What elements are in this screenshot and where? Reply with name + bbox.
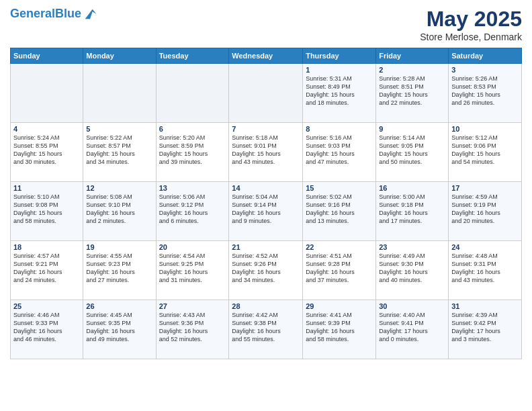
day-cell: 26Sunrise: 4:45 AM Sunset: 9:35 PM Dayli… [83,300,156,359]
logo-blue: Blue [55,7,81,20]
weekday-header-saturday: Saturday [449,48,522,64]
day-number: 2 [379,66,445,74]
day-cell: 7Sunrise: 5:18 AM Sunset: 9:01 PM Daylig… [229,123,303,182]
day-cell: 14Sunrise: 5:04 AM Sunset: 9:14 PM Dayli… [229,182,303,241]
day-info: Sunrise: 4:57 AM Sunset: 9:21 PM Dayligh… [13,252,80,285]
calendar-subtitle: Store Merlose, Denmark [420,32,522,42]
day-cell: 9Sunrise: 5:14 AM Sunset: 9:05 PM Daylig… [376,123,449,182]
day-info: Sunrise: 4:42 AM Sunset: 9:38 PM Dayligh… [232,311,300,344]
day-cell: 3Sunrise: 5:26 AM Sunset: 8:53 PM Daylig… [449,64,522,123]
day-number: 15 [306,184,373,192]
logo-icon [83,7,97,21]
day-cell: 29Sunrise: 4:41 AM Sunset: 9:39 PM Dayli… [303,300,376,359]
day-number: 27 [159,302,226,310]
day-number: 28 [232,302,300,310]
day-info: Sunrise: 5:06 AM Sunset: 9:12 PM Dayligh… [159,193,226,226]
weekday-header-tuesday: Tuesday [156,48,229,64]
week-row-4: 18Sunrise: 4:57 AM Sunset: 9:21 PM Dayli… [11,241,522,300]
day-cell: 15Sunrise: 5:02 AM Sunset: 9:16 PM Dayli… [303,182,376,241]
day-info: Sunrise: 4:51 AM Sunset: 9:28 PM Dayligh… [306,252,373,285]
day-number: 13 [159,184,226,192]
day-number: 1 [306,66,373,74]
logo-general: General [10,7,55,20]
day-info: Sunrise: 5:22 AM Sunset: 8:57 PM Dayligh… [86,134,152,167]
day-info: Sunrise: 5:00 AM Sunset: 9:18 PM Dayligh… [379,193,445,226]
day-info: Sunrise: 4:46 AM Sunset: 9:33 PM Dayligh… [13,311,80,344]
day-number: 16 [379,184,445,192]
day-cell: 10Sunrise: 5:12 AM Sunset: 9:06 PM Dayli… [449,123,522,182]
day-number: 20 [159,243,226,251]
week-row-3: 11Sunrise: 5:10 AM Sunset: 9:08 PM Dayli… [11,182,522,241]
day-number: 11 [13,184,80,192]
day-number: 8 [306,125,373,133]
svg-marker-0 [85,9,97,19]
day-info: Sunrise: 5:18 AM Sunset: 9:01 PM Dayligh… [232,134,300,167]
day-info: Sunrise: 4:41 AM Sunset: 9:39 PM Dayligh… [306,311,373,344]
day-info: Sunrise: 4:55 AM Sunset: 9:23 PM Dayligh… [86,252,152,285]
weekday-header-sunday: Sunday [11,48,83,64]
day-cell: 31Sunrise: 4:39 AM Sunset: 9:42 PM Dayli… [449,300,522,359]
day-info: Sunrise: 5:16 AM Sunset: 9:03 PM Dayligh… [306,134,373,167]
day-number: 21 [232,243,300,251]
day-info: Sunrise: 5:20 AM Sunset: 8:59 PM Dayligh… [159,134,226,167]
day-info: Sunrise: 4:43 AM Sunset: 9:36 PM Dayligh… [159,311,226,344]
day-info: Sunrise: 5:10 AM Sunset: 9:08 PM Dayligh… [13,193,80,226]
day-info: Sunrise: 5:04 AM Sunset: 9:14 PM Dayligh… [232,193,300,226]
header: GeneralBlue May 2025 Store Merlose, Denm… [10,7,522,42]
day-cell: 13Sunrise: 5:06 AM Sunset: 9:12 PM Dayli… [156,182,229,241]
title-block: May 2025 Store Merlose, Denmark [420,7,522,42]
day-info: Sunrise: 5:14 AM Sunset: 9:05 PM Dayligh… [379,134,445,167]
day-number: 22 [306,243,373,251]
calendar-page: GeneralBlue May 2025 Store Merlose, Denm… [0,0,532,366]
day-number: 7 [232,125,300,133]
day-cell: 30Sunrise: 4:40 AM Sunset: 9:41 PM Dayli… [376,300,449,359]
day-cell: 24Sunrise: 4:48 AM Sunset: 9:31 PM Dayli… [449,241,522,300]
weekday-header-row: SundayMondayTuesdayWednesdayThursdayFrid… [11,48,522,64]
day-cell: 28Sunrise: 4:42 AM Sunset: 9:38 PM Dayli… [229,300,303,359]
week-row-2: 4Sunrise: 5:24 AM Sunset: 8:55 PM Daylig… [11,123,522,182]
day-number: 10 [451,125,519,133]
day-info: Sunrise: 4:59 AM Sunset: 9:19 PM Dayligh… [451,193,519,226]
weekday-header-friday: Friday [376,48,449,64]
week-row-5: 25Sunrise: 4:46 AM Sunset: 9:33 PM Dayli… [11,300,522,359]
day-info: Sunrise: 4:40 AM Sunset: 9:41 PM Dayligh… [379,311,445,344]
day-number: 29 [306,302,373,310]
calendar-title: May 2025 [420,7,522,32]
day-number: 12 [86,184,152,192]
day-cell: 11Sunrise: 5:10 AM Sunset: 9:08 PM Dayli… [11,182,83,241]
day-info: Sunrise: 5:28 AM Sunset: 8:51 PM Dayligh… [379,75,445,107]
day-cell: 1Sunrise: 5:31 AM Sunset: 8:49 PM Daylig… [303,64,376,123]
day-info: Sunrise: 5:12 AM Sunset: 9:06 PM Dayligh… [451,134,519,167]
week-row-1: 1Sunrise: 5:31 AM Sunset: 8:49 PM Daylig… [11,64,522,123]
day-cell: 21Sunrise: 4:52 AM Sunset: 9:26 PM Dayli… [229,241,303,300]
day-info: Sunrise: 5:31 AM Sunset: 8:49 PM Dayligh… [306,75,373,107]
day-cell: 18Sunrise: 4:57 AM Sunset: 9:21 PM Dayli… [11,241,83,300]
day-cell: 16Sunrise: 5:00 AM Sunset: 9:18 PM Dayli… [376,182,449,241]
day-number: 23 [379,243,445,251]
day-info: Sunrise: 4:49 AM Sunset: 9:30 PM Dayligh… [379,252,445,285]
day-info: Sunrise: 5:02 AM Sunset: 9:16 PM Dayligh… [306,193,373,226]
day-info: Sunrise: 5:26 AM Sunset: 8:53 PM Dayligh… [451,75,519,107]
day-number: 24 [451,243,519,251]
day-info: Sunrise: 5:08 AM Sunset: 9:10 PM Dayligh… [86,193,152,226]
day-cell [229,64,303,123]
day-number: 3 [451,66,519,74]
day-number: 19 [86,243,152,251]
day-cell: 6Sunrise: 5:20 AM Sunset: 8:59 PM Daylig… [156,123,229,182]
weekday-header-thursday: Thursday [303,48,376,64]
day-number: 25 [13,302,80,310]
logo-text: GeneralBlue [10,7,81,21]
calendar-table: SundayMondayTuesdayWednesdayThursdayFrid… [10,48,522,359]
day-cell [11,64,83,123]
day-number: 9 [379,125,445,133]
day-info: Sunrise: 4:39 AM Sunset: 9:42 PM Dayligh… [451,311,519,344]
day-cell: 12Sunrise: 5:08 AM Sunset: 9:10 PM Dayli… [83,182,156,241]
day-number: 30 [379,302,445,310]
day-cell: 19Sunrise: 4:55 AM Sunset: 9:23 PM Dayli… [83,241,156,300]
weekday-header-monday: Monday [83,48,156,64]
logo: GeneralBlue [10,7,97,21]
day-cell: 20Sunrise: 4:54 AM Sunset: 9:25 PM Dayli… [156,241,229,300]
day-number: 6 [159,125,226,133]
day-cell: 25Sunrise: 4:46 AM Sunset: 9:33 PM Dayli… [11,300,83,359]
day-cell: 4Sunrise: 5:24 AM Sunset: 8:55 PM Daylig… [11,123,83,182]
